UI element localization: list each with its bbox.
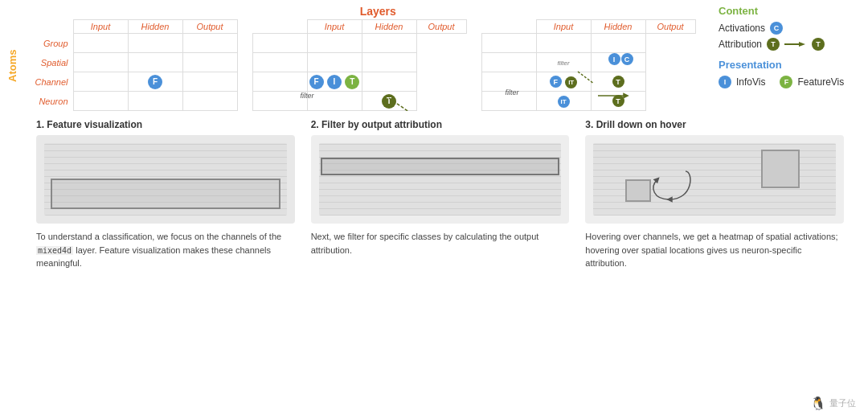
infovis-label: InfoVis — [736, 76, 765, 88]
row-neuron: Neuron — [18, 92, 73, 111]
cell: filter — [536, 53, 591, 72]
attribution-label: Attribution — [719, 39, 762, 50]
infovis-row: I InfoVis F FeatureVis — [719, 76, 863, 88]
step-1-title: 1. Feature visualization — [36, 119, 295, 130]
col-output-3: Output — [645, 20, 695, 34]
step-2-image — [311, 135, 570, 224]
badge-t-2: T — [345, 75, 359, 89]
cell: F IT — [536, 72, 591, 92]
row-spatial: Spatial — [18, 53, 73, 72]
cell: F — [128, 72, 182, 92]
badge-it-neuron: IT — [558, 96, 570, 108]
cell — [73, 53, 128, 72]
watermark: 🐧 量子位 — [810, 396, 856, 411]
watermark-text: 量子位 — [829, 397, 856, 409]
step-3: 3. Drill down on hover Hovering over cha… — [585, 119, 844, 270]
badge-i-pres: I — [719, 76, 731, 88]
cell: T — [591, 92, 645, 111]
attribution-row: Attribution T T — [719, 38, 863, 51]
svg-marker-5 — [799, 42, 805, 47]
badge-i-2: I — [327, 75, 342, 89]
badge-f-1: F — [148, 75, 162, 89]
cell — [182, 34, 237, 53]
badge-t-neuron: T — [612, 95, 624, 107]
cell — [252, 53, 307, 72]
row-channel: Channel — [18, 72, 73, 92]
cell — [307, 53, 362, 72]
cell — [362, 53, 416, 72]
col-output-1: Output — [182, 20, 237, 34]
filter-label-2: filter — [301, 92, 314, 100]
badge-t2-content: T — [812, 38, 825, 51]
badge-i-3: I — [608, 53, 620, 65]
badge-t3: T — [612, 76, 624, 88]
atoms-label: Atoms — [5, 21, 18, 111]
col-output-2: Output — [416, 20, 466, 34]
cell — [252, 92, 307, 111]
filter-label-3a: filter — [506, 88, 519, 97]
cell — [73, 92, 128, 111]
badge-f-pres: F — [780, 76, 792, 88]
cell — [182, 53, 237, 72]
cell: T — [362, 92, 416, 111]
cell — [481, 34, 536, 53]
cell — [73, 72, 128, 92]
step-3-title: 3. Drill down on hover — [585, 119, 844, 130]
col-hidden-3: Hidden — [591, 20, 645, 34]
cell — [73, 34, 128, 53]
col-hidden-1: Hidden — [128, 20, 182, 34]
cell — [252, 72, 307, 92]
grid-3: Input Hidden Output — [481, 19, 696, 111]
activations-row: Activations C — [719, 22, 863, 35]
attribution-arrow — [784, 40, 807, 48]
cell — [481, 53, 536, 72]
row-group: Group — [18, 34, 73, 53]
filter-label-spatial: filter — [557, 60, 569, 67]
badge-t1-content: T — [767, 38, 780, 51]
badge-c-3: C — [621, 53, 633, 65]
col-input-3: Input — [536, 20, 591, 34]
badge-it-3: IT — [565, 76, 577, 88]
cell — [128, 34, 182, 53]
col-input-2: Input — [307, 20, 362, 34]
hover-arrow-svg — [645, 167, 698, 207]
badge-f-3: F — [550, 76, 562, 88]
layers-title: Layers — [60, 5, 696, 19]
step-1-text: To understand a classification, we focus… — [36, 230, 295, 270]
step-3-image — [585, 135, 844, 224]
hover-box-large — [761, 150, 800, 188]
step-1-image — [36, 135, 295, 224]
bottom-section: 1. Feature visualization To understand a… — [0, 111, 868, 278]
cell — [536, 34, 591, 53]
badge-t-output-2: T — [382, 94, 396, 109]
grid-1: Input Hidden Output Group — [18, 19, 238, 111]
cell — [307, 34, 362, 53]
cell — [591, 34, 645, 53]
badge-c-content: C — [770, 22, 783, 35]
cell — [307, 92, 362, 111]
step-3-text: Hovering over channels, we get a heatmap… — [585, 230, 844, 270]
cell — [252, 34, 307, 53]
cell: F I T — [307, 72, 362, 92]
col-hidden-2: Hidden — [362, 20, 416, 34]
content-panel: Content Activations C Attribution T T Pr… — [702, 5, 863, 111]
presentation-title: Presentation — [719, 59, 863, 71]
cell — [362, 34, 416, 53]
step-1: 1. Feature visualization To understand a… — [36, 119, 295, 270]
featurevis-label: FeatureVis — [797, 76, 844, 88]
grid-2: Input Hidden Output — [252, 19, 467, 111]
cell — [182, 92, 237, 111]
cell — [362, 72, 416, 92]
activations-label: Activations — [719, 23, 765, 34]
ic-badges: I C — [608, 53, 633, 65]
cell — [128, 92, 182, 111]
step-2-title: 2. Filter by output attribution — [311, 119, 570, 130]
step-2: 2. Filter by output attribution Next, we… — [311, 119, 570, 270]
cell — [182, 72, 237, 92]
content-title: Content — [719, 5, 863, 17]
cell: IT — [536, 92, 591, 111]
badge-f-2: F — [309, 75, 324, 89]
cell — [128, 53, 182, 72]
cell: T — [591, 72, 645, 92]
col-input-1: Input — [73, 20, 128, 34]
